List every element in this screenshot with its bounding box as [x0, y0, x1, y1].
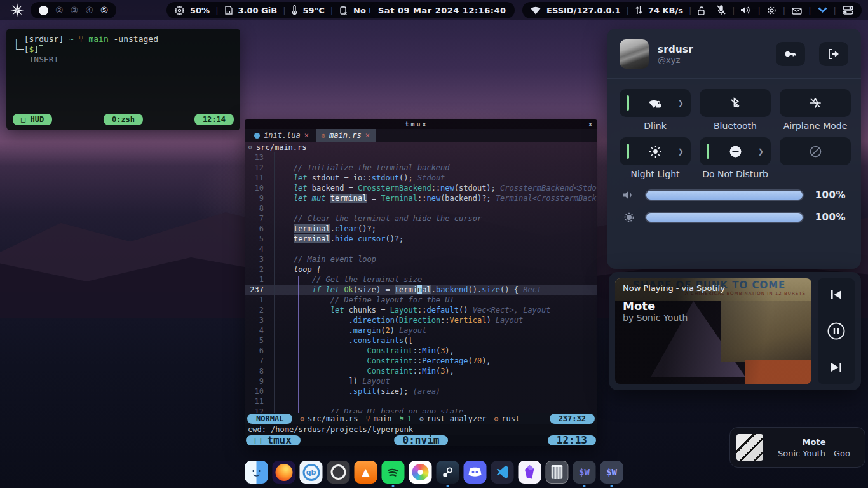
statusline-branch: main	[374, 414, 392, 423]
thermometer-icon	[292, 5, 297, 15]
brightness-slider[interactable]	[645, 212, 804, 223]
volume-icon[interactable]	[741, 6, 751, 15]
brightness-icon[interactable]	[622, 212, 636, 223]
toggle-do-not-disturb[interactable]: ❯	[700, 137, 771, 165]
code-line[interactable]: 7 // Clear the terminal and hide the cur…	[245, 214, 597, 224]
media-player-panel: SHAPE OF PUNK TO COME A CHIMERICAL BOMBI…	[609, 272, 861, 390]
chevron-right-icon[interactable]: ❯	[678, 99, 684, 107]
editor-window[interactable]: tmux x init.lua × ⚙ main.rs × ⚙ src/main…	[245, 119, 597, 446]
rust-file-icon: ⚙	[300, 415, 304, 423]
tmux-window-name[interactable]: 0:nvim	[394, 435, 449, 445]
top-status-bar: ② ③ ④ ⑤ 50% | 3.00 GiB | 59°C | No Bat S…	[0, 0, 868, 20]
code-line[interactable]: 6 terminal.clear()?;	[245, 224, 597, 234]
dock-qbittorrent[interactable]: qb	[300, 461, 323, 487]
toggle-bluetooth[interactable]	[700, 89, 771, 117]
code-line[interactable]: 8	[245, 203, 597, 214]
rust-file-icon: ⚙	[494, 415, 499, 423]
logout-button[interactable]	[819, 42, 848, 66]
tab-close-icon[interactable]: ×	[365, 131, 370, 140]
toggle-label: Airplane Mode	[783, 121, 848, 132]
gutter-separator	[274, 152, 275, 413]
next-track-button[interactable]	[830, 362, 843, 373]
code-area[interactable]: 1312 // Initialize the terminal backend1…	[245, 152, 597, 413]
workspace-1-active[interactable]	[39, 6, 48, 15]
settings-gear-icon[interactable]	[767, 6, 776, 15]
workspace-4[interactable]: ④	[85, 5, 93, 15]
lua-file-icon	[254, 133, 260, 139]
network-speed: 74 KB/s	[648, 6, 683, 15]
dock-files[interactable]	[245, 461, 268, 487]
mic-muted-icon[interactable]	[717, 5, 726, 15]
distro-logo-icon[interactable]	[10, 3, 24, 17]
editor-tmux-statusbar: □ tmux 0:nvim 12:13	[245, 435, 597, 446]
workspace-2[interactable]: ②	[55, 5, 64, 15]
terminal-user: srdusr	[29, 34, 58, 44]
workspace-3[interactable]: ③	[71, 5, 79, 15]
volume-slider[interactable]	[645, 189, 804, 201]
cursor-position: 237:32	[550, 414, 595, 424]
code-line[interactable]: 5 terminal.hide_cursor()?;	[245, 234, 597, 244]
quick-toggles-icon[interactable]	[843, 6, 853, 15]
cmdline-cwd: cwd: /home/srdusr/projects/typerpunk	[245, 424, 597, 435]
chevron-down-icon[interactable]	[818, 7, 827, 13]
statusworld-icon: $W	[573, 461, 596, 484]
wifi-lock-icon	[648, 98, 662, 109]
lock-keys-button[interactable]	[776, 42, 805, 66]
previous-track-button[interactable]	[830, 289, 843, 301]
notification-body: Sonic Youth - Goo	[770, 449, 858, 458]
tmux-clock: 12:13	[548, 435, 596, 445]
temperature: 59°C	[303, 6, 325, 15]
dock-vlc[interactable]: ▲	[355, 461, 377, 487]
dock-vscode[interactable]	[491, 461, 514, 487]
toggle-wifi-dlink[interactable]: ❯	[620, 89, 691, 117]
active-indicator	[707, 144, 709, 159]
active-indicator	[627, 144, 629, 159]
control-center-panel: srdusr @xyz ❯ Dlink Bluetooth	[607, 29, 861, 269]
datetime-text: Sat 09 Mar 2024 12:16:40	[378, 6, 506, 15]
dock-statusworld-1[interactable]: $W	[573, 461, 596, 487]
tab-close-icon[interactable]: ×	[304, 131, 309, 140]
code-line[interactable]: 9 let mut terminal = Terminal::new(backe…	[245, 193, 597, 203]
dock-photos[interactable]	[409, 461, 432, 487]
dock-firefox[interactable]	[273, 461, 295, 487]
spotify-icon	[382, 461, 405, 484]
dock-steam[interactable]	[437, 461, 459, 487]
code-line[interactable]: 11 let stdout = io::stdout(); Stdout	[245, 173, 597, 183]
code-line[interactable]: 4	[245, 244, 597, 254]
code-line[interactable]: 12 // Initialize the terminal backend	[245, 163, 597, 173]
dock-spotify[interactable]	[382, 461, 405, 487]
tab-init-lua[interactable]: init.lua ×	[248, 129, 315, 142]
toggle-blocked[interactable]	[780, 137, 851, 165]
tab-main-rs[interactable]: ⚙ main.rs ×	[316, 129, 376, 142]
statusline-filename: src/main.rs	[308, 414, 358, 423]
volume-icon[interactable]	[622, 190, 636, 200]
workspace-5[interactable]: ⑤	[100, 5, 109, 15]
clock[interactable]: Sat 09 Mar 2024 12:16:40	[370, 2, 515, 18]
toggle-night-light[interactable]: ❯	[620, 137, 691, 165]
tmux-session-name[interactable]: □ tmux	[246, 435, 301, 445]
chevron-right-icon[interactable]: ❯	[758, 147, 764, 156]
firefox-icon	[273, 461, 295, 484]
dock-obs[interactable]	[327, 461, 350, 487]
dock-obsidian[interactable]	[519, 461, 541, 487]
tmux-session-name[interactable]: □ HUD	[13, 114, 52, 125]
code-line[interactable]: 10 let backend = CrosstermBackend::new(s…	[245, 183, 597, 193]
chevron-right-icon[interactable]: ❯	[678, 147, 684, 156]
code-line[interactable]: 2 loop {	[245, 264, 597, 274]
code-line[interactable]: 3 // Main event loop	[245, 254, 597, 264]
album-art[interactable]: SHAPE OF PUNK TO COME A CHIMERICAL BOMBI…	[615, 278, 811, 384]
dock-discord[interactable]	[464, 461, 487, 487]
system-tray: | | | | |	[709, 2, 862, 18]
dock-trash[interactable]	[546, 461, 569, 487]
notification-popup[interactable]: Mote Sonic Youth - Goo	[729, 427, 865, 468]
code-line[interactable]: 13	[245, 152, 597, 163]
nvim-statusline: NORMAL ⚙src/main.rs ⑂main ⚑1 ⚙rust_analy…	[245, 413, 597, 424]
tmux-window-name[interactable]: 0:zsh	[104, 114, 143, 125]
toggle-airplane-mode[interactable]	[780, 89, 851, 117]
terminal-window[interactable]: ┌─[srdusr] ~ ⑂ main -unstaged └─[$] -- I…	[6, 29, 240, 130]
pause-button[interactable]	[827, 322, 846, 341]
mail-icon[interactable]	[792, 6, 802, 15]
window-close-button[interactable]: x	[588, 121, 597, 128]
notification-album-thumb	[736, 434, 763, 461]
dock-statusworld-2[interactable]: $W	[600, 461, 623, 487]
